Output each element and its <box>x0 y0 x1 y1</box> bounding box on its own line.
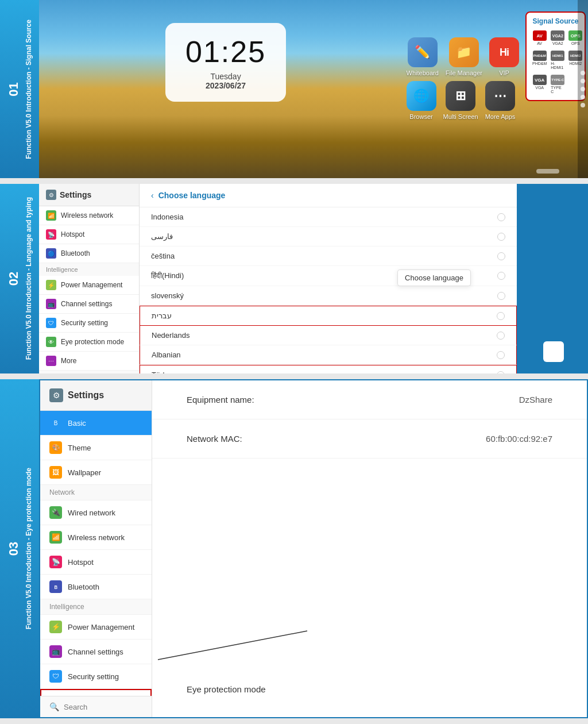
settings-title-text: Settings <box>60 190 91 199</box>
power-label: Power Management <box>61 281 122 289</box>
basic-label: Basic <box>68 419 86 428</box>
lang-cestina[interactable]: čeština <box>140 247 517 266</box>
vip-icon: Hi <box>489 37 519 67</box>
signal-av[interactable]: AV AV <box>531 29 548 47</box>
lang-slovensky[interactable]: slovenský <box>140 286 517 306</box>
wired-label: Wired network <box>68 509 115 517</box>
network-mac-label: Network MAC: <box>187 434 242 444</box>
lang-hebrew[interactable]: עברית <box>140 306 517 326</box>
signal-typec[interactable]: TYPE-C TYPE C <box>550 73 566 95</box>
section2-number: 02 <box>6 272 22 286</box>
eye-label: Eye protection mode <box>61 338 124 346</box>
clock-day: Tuesday <box>185 72 266 81</box>
bluetooth-label: Bluetooth <box>61 249 90 257</box>
intelligence-section-label-3: Intelligence <box>40 599 152 615</box>
lang-albanian-radio <box>497 351 505 359</box>
signal-phd[interactable]: PHD&M PHD&M <box>531 49 548 71</box>
wireless-label-3: Wireless network <box>68 533 125 542</box>
signal-typec-label: TYPE C <box>551 86 564 94</box>
settings-more-item[interactable]: ⋯ More <box>39 352 139 371</box>
lang-farsi[interactable]: فارسی <box>140 227 517 247</box>
channel-label: Channel settings <box>61 300 112 308</box>
bluetooth-label-3: Bluetooth <box>68 583 99 591</box>
settings-list: 📶 Wireless network 📡 Hotspot 🔵 Bluetooth… <box>39 206 139 373</box>
back-arrow-icon[interactable]: ‹ <box>151 191 154 200</box>
sidebar-wired[interactable]: 🔌 Wired network <box>40 500 152 525</box>
signal-av-label: AV <box>537 41 542 45</box>
app-moreapps[interactable]: ⋯ More Apps <box>485 81 516 120</box>
sidebar-search-bar: 🔍 <box>40 696 152 717</box>
settings-power-item[interactable]: ⚡ Power Management <box>39 276 139 295</box>
hotspot-icon-3: 📡 <box>49 556 62 568</box>
lang-cestina-radio <box>497 252 505 260</box>
home-screen: 01:25 Tuesday 2023/06/27 ✏️ Whiteboard 📁… <box>39 0 588 178</box>
sidebar-security[interactable]: 🛡 Security setting <box>40 664 152 689</box>
signal-vga-label: VGA <box>535 86 544 90</box>
signal-vga-icon: VGA <box>533 75 547 85</box>
sidebar-power[interactable]: ⚡ Power Management <box>40 615 152 640</box>
signal-hdmi1-icon: HDMI1 <box>551 51 564 61</box>
signal-vga[interactable]: VGA VGA <box>531 73 548 95</box>
sidebar-dot-5 <box>581 103 585 107</box>
basic-icon: B <box>49 417 62 429</box>
lang-turkish-label: Türkçe <box>152 371 175 373</box>
security-label: Security setting <box>61 319 108 327</box>
lang-dutch[interactable]: Nederlands <box>140 326 517 345</box>
signal-source-title: Signal Source <box>531 17 580 25</box>
equipment-name-value: DzShare <box>519 395 552 405</box>
settings-eye-item[interactable]: 👁 Eye protection mode <box>39 333 139 352</box>
lang-albanian[interactable]: Albanian <box>140 345 517 365</box>
sidebar-channel[interactable]: 📺 Channel settings <box>40 640 152 664</box>
hotspot-label: Hotspot <box>61 230 84 238</box>
lang-turkish-radio <box>497 371 505 374</box>
app-filemanager[interactable]: 📁 File Manager <box>446 37 482 76</box>
power-icon-3: ⚡ <box>49 621 62 633</box>
app-multiscreen[interactable]: ⊞ Multi Screen <box>443 81 478 120</box>
sidebar-hotspot[interactable]: 📡 Hotspot <box>40 550 152 575</box>
network-section-label: Network <box>40 485 152 500</box>
sidebar-menu-list: B Basic 🎨 Theme 🖼 Wallpaper Network 🔌 <box>40 411 152 696</box>
lang-indonesia[interactable]: Indonesia <box>140 207 517 227</box>
bluetooth-icon: 🔵 <box>46 248 56 259</box>
channel-label-3: Channel settings <box>68 648 123 656</box>
sidebar-wireless[interactable]: 📶 Wireless network <box>40 525 152 550</box>
settings-security-item[interactable]: 🛡 Security setting <box>39 314 139 333</box>
sidebar-dot-2 <box>581 79 585 83</box>
app-browser[interactable]: 🌐 Browser <box>407 81 436 120</box>
section3-tab: 03 Function V5.0 Introduction - Eye prot… <box>0 379 39 718</box>
language-list: Indonesia فارسی čeština हिंदी(Hindi) <box>140 207 517 373</box>
sidebar-search-input[interactable] <box>64 703 152 711</box>
moreapps-label: More Apps <box>485 113 516 120</box>
lang-indonesia-label: Indonesia <box>151 213 183 221</box>
lang-dutch-radio <box>497 332 505 340</box>
settings-bluetooth-item[interactable]: 🔵 Bluetooth <box>39 244 139 263</box>
lang-hindi-label: हिंदी(Hindi) <box>151 271 184 280</box>
sidebar-search-icon: 🔍 <box>49 702 59 711</box>
settings-channel-item[interactable]: 📺 Channel settings <box>39 295 139 314</box>
signal-hdmi1[interactable]: HDMI1 H-HDMI1 <box>550 49 566 71</box>
settings-hotspot-item[interactable]: 📡 Hotspot <box>39 225 139 244</box>
sidebar-bluetooth[interactable]: ʙ Bluetooth <box>40 575 152 599</box>
clock-date: 2023/06/27 <box>185 81 266 90</box>
settings-wireless-item[interactable]: 📶 Wireless network <box>39 206 139 225</box>
lang-turkish[interactable]: Türkçe <box>140 365 517 373</box>
more-label: More <box>61 357 76 365</box>
app-whiteboard[interactable]: ✏️ Whiteboard <box>407 37 439 76</box>
section3-wrapper: 03 Function V5.0 Introduction - Eye prot… <box>0 379 588 718</box>
app-vip[interactable]: Hi VIP <box>489 37 519 76</box>
signal-typec-icon: TYPE-C <box>551 75 564 85</box>
section2-content: ⚙ Settings 📶 Wireless network 📡 Hotspot … <box>39 184 588 373</box>
network-mac-value: 60:fb:00:cd:92:e7 <box>486 434 552 444</box>
sidebar-wallpaper[interactable]: 🖼 Wallpaper <box>40 460 152 485</box>
section2-label-text: Function V5.0 Introduction - Language an… <box>25 197 34 360</box>
section3-label-text: Function V5.0 Introduction - Eye protect… <box>25 468 34 629</box>
section1-tab: 01 Function V5.0 Introduction - Signal S… <box>0 0 39 178</box>
settings-screen: ⚙ Settings 📶 Wireless network 📡 Hotspot … <box>39 184 588 373</box>
sidebar-basic[interactable]: B Basic <box>40 411 152 436</box>
right-blue-panel <box>519 184 588 373</box>
hotspot-label-3: Hotspot <box>68 558 94 567</box>
signal-vga2[interactable]: VGA2 VGA2 <box>550 29 566 47</box>
sidebar-theme[interactable]: 🎨 Theme <box>40 436 152 460</box>
sidebar-eye-protection[interactable]: 👁 Eye protection mode <box>40 689 152 696</box>
lang-hebrew-radio <box>497 312 505 320</box>
